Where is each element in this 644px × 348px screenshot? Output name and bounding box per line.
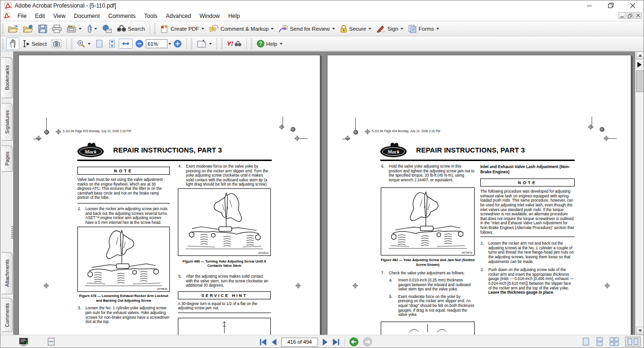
single-page-button[interactable] [582, 337, 590, 346]
list-item: 3.Loosen the No. 1 cylinder yoke adjusti… [77, 306, 170, 324]
minimize-button[interactable] [578, 0, 600, 11]
sign-button[interactable]: Sign [374, 24, 405, 34]
sign-dropdown[interactable] [401, 28, 403, 30]
mack-logo: Mack [379, 140, 408, 158]
vertical-scrollbar[interactable] [635, 51, 644, 335]
zoom-in-button[interactable] [172, 39, 184, 49]
scrollbar-thumb[interactable] [636, 70, 644, 92]
fit-width-button[interactable] [119, 39, 133, 49]
menu-document[interactable]: Document [70, 12, 104, 20]
page-layout-dropdown[interactable] [209, 43, 212, 45]
registration-dot [44, 130, 49, 135]
restore-button[interactable] [600, 0, 622, 11]
fit-height-button[interactable] [106, 38, 118, 49]
create-pdf-button[interactable]: Create PDF [158, 24, 206, 34]
fit-page-button[interactable] [93, 38, 105, 49]
next-page-button[interactable] [322, 339, 328, 346]
continuous-button[interactable] [596, 337, 603, 346]
secure-button[interactable]: Secure [338, 24, 373, 34]
page-navigation [259, 337, 372, 347]
tab-attachments[interactable]: Attachments [1, 252, 13, 294]
previous-page-button[interactable] [271, 339, 277, 346]
secure-dropdown[interactable] [368, 28, 371, 30]
scroll-page-marker [637, 62, 642, 68]
help-button[interactable]: ? Help [255, 39, 284, 49]
yahoo-search-button[interactable]: Y! [225, 39, 243, 48]
menu-edit[interactable]: Edit [31, 12, 49, 20]
title-rule [77, 160, 272, 161]
menu-advanced[interactable]: Advanced [162, 12, 195, 20]
print-button[interactable] [50, 24, 64, 34]
doc-close-button[interactable] [635, 12, 642, 19]
zoom-level-dropdown[interactable] [168, 43, 171, 45]
organizer-dropdown[interactable] [79, 28, 82, 30]
toolbar-grip[interactable] [154, 24, 156, 34]
zoom-out-button[interactable] [134, 39, 145, 49]
zoom-tool-button[interactable] [75, 39, 92, 49]
toolbar-grip[interactable] [221, 39, 223, 49]
page-layout-button[interactable] [195, 38, 214, 49]
page-column: 4.Exert moderate force on the valve yoke… [178, 164, 271, 335]
toolbar-grip[interactable] [251, 39, 252, 49]
create-pdf-dropdown[interactable] [201, 28, 204, 30]
search-button[interactable]: Search [115, 24, 147, 33]
tab-comments[interactable]: Comments [1, 298, 13, 332]
zoom-level-input[interactable] [146, 39, 167, 48]
open-web-button[interactable] [21, 24, 35, 34]
toolbar-grip[interactable] [2, 24, 4, 34]
doc-minimize-button[interactable] [619, 12, 626, 19]
zoom-out-icon [135, 40, 143, 48]
toolbar-grip[interactable] [191, 39, 192, 49]
send-for-review-button[interactable]: Send for Review [276, 24, 336, 34]
secure-label: Secure [349, 26, 366, 32]
tab-bookmarks[interactable]: Bookmarks [1, 57, 13, 98]
panel-splitter-handle[interactable] [11, 226, 13, 239]
toolbar-separator [186, 38, 187, 50]
doc-restore-button[interactable] [627, 12, 634, 19]
scroll-up-button[interactable] [636, 51, 644, 59]
monitor-icon[interactable] [18, 338, 29, 347]
scroll-down-button[interactable] [636, 327, 644, 335]
email-button[interactable] [100, 24, 114, 34]
page-number-input[interactable] [281, 338, 318, 347]
toolbar-grip[interactable] [2, 39, 4, 49]
list-item: 2.Loosen the rocker arm adjusting screw … [77, 207, 170, 225]
document-canvas[interactable]: 5-110.bk Page 403 Monday, July 10, 2006 … [14, 51, 635, 335]
select-tool-icon [22, 40, 30, 48]
previous-view-button[interactable] [349, 337, 359, 347]
first-page-button[interactable] [259, 339, 267, 346]
menu-comments[interactable]: Comments [104, 12, 140, 20]
save-button[interactable] [36, 24, 49, 34]
window-titlebar[interactable]: Adobe Acrobat Professional - [5-110.pdf] [0, 0, 644, 11]
doc-status-icon[interactable] [48, 338, 55, 346]
menu-view[interactable]: View [49, 12, 70, 20]
toolbar-grip[interactable] [71, 39, 73, 49]
open-button[interactable] [6, 24, 20, 34]
next-view-button[interactable] [363, 337, 372, 347]
comment-markup-button[interactable]: Comment & Markup [207, 24, 276, 34]
hand-tool-button[interactable] [6, 37, 19, 50]
menu-help[interactable]: Help [224, 12, 244, 20]
attach-dropdown[interactable] [94, 28, 97, 30]
snapshot-button[interactable] [50, 38, 64, 49]
organizer-button[interactable] [65, 24, 84, 34]
attach-button[interactable] [84, 23, 99, 34]
open-icon [8, 25, 18, 33]
tab-pages[interactable]: Pages [1, 145, 13, 172]
facing-button[interactable] [625, 337, 641, 347]
forms-button[interactable]: Forms [406, 24, 441, 34]
comment-markup-dropdown[interactable] [271, 28, 274, 30]
help-dropdown[interactable] [280, 43, 283, 45]
send-for-review-dropdown[interactable] [332, 28, 335, 30]
zoom-tool-dropdown[interactable] [88, 43, 91, 45]
continuous-facing-button[interactable] [610, 337, 619, 346]
select-tool-button[interactable]: Select [20, 39, 49, 49]
menu-tools[interactable]: Tools [140, 12, 162, 20]
open-web-folder-icon [23, 25, 33, 33]
last-page-button[interactable] [332, 339, 340, 346]
close-button[interactable] [622, 0, 644, 11]
tab-signatures[interactable]: Signatures [1, 103, 13, 141]
menu-window[interactable]: Window [195, 12, 224, 20]
forms-dropdown[interactable] [436, 28, 439, 30]
menu-file[interactable]: File [13, 12, 31, 20]
